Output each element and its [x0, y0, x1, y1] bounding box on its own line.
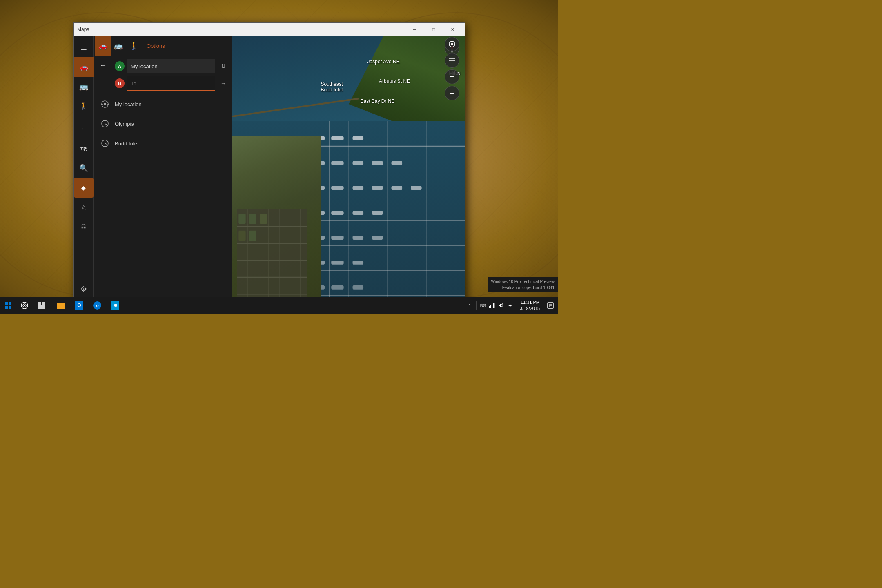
start-button[interactable]	[0, 297, 16, 314]
map-controls: + −	[445, 36, 459, 100]
sidebar-item-active-directions[interactable]: ◆	[74, 178, 94, 198]
sidebar-item-nearby[interactable]: 🏛	[74, 217, 94, 237]
svg-rect-100	[42, 302, 45, 305]
options-tab[interactable]: Options	[142, 43, 170, 49]
svg-rect-108	[493, 303, 494, 308]
map-view[interactable]: Jasper Ave NE Arbutus St NE Milas East B…	[232, 36, 465, 314]
suggestion-my-location[interactable]: My location	[94, 94, 232, 114]
svg-rect-61	[331, 285, 343, 290]
transport-tabs: 🚗 🚌 🚶 Options	[94, 36, 232, 56]
svg-rect-35	[353, 161, 364, 165]
walk-icon: 🚶	[79, 102, 88, 111]
taskbar-outlook[interactable]: O	[70, 297, 88, 314]
svg-rect-105	[489, 306, 490, 308]
layers-icon	[448, 57, 456, 64]
sidebar-item-directions[interactable]: 🚗	[74, 57, 94, 77]
svg-rect-53	[353, 236, 364, 240]
go-button[interactable]: →	[218, 78, 229, 89]
tray-divider	[476, 301, 477, 310]
task-view-button[interactable]	[33, 297, 51, 314]
taskbar-apps: O e ⊞	[51, 297, 463, 314]
bluetooth-icon[interactable]: ✦	[507, 302, 513, 309]
to-input[interactable]	[127, 76, 215, 91]
land-bottom-left	[232, 136, 321, 314]
layer-stack-button[interactable]	[445, 53, 459, 68]
transit-tab-icon: 🚌	[114, 41, 123, 50]
locate-button[interactable]	[445, 37, 459, 51]
tab-transit[interactable]: 🚌	[111, 36, 126, 56]
minimize-button[interactable]: ─	[405, 23, 424, 36]
suggestion-budd-inlet[interactable]: Budd Inlet	[94, 134, 232, 153]
tab-walk[interactable]: 🚶	[126, 36, 142, 56]
edge-icon: e	[93, 301, 101, 310]
chevron-up-icon[interactable]: ^	[466, 302, 473, 309]
from-input[interactable]	[127, 59, 215, 74]
from-badge: A	[115, 61, 125, 71]
svg-point-98	[24, 305, 25, 306]
svg-rect-37	[392, 161, 403, 165]
sidebar-item-back[interactable]: ←	[74, 119, 94, 139]
svg-rect-49	[372, 211, 383, 215]
svg-rect-104	[57, 303, 60, 304]
svg-rect-75	[238, 214, 245, 224]
volume-icon[interactable]	[498, 302, 504, 309]
svg-rect-40	[331, 186, 343, 190]
sidebar-item-favorites[interactable]: ☆	[74, 198, 94, 217]
keyboard-icon[interactable]: ⌨	[480, 302, 486, 309]
plus-icon: +	[450, 73, 454, 81]
maximize-button[interactable]: □	[424, 23, 443, 36]
suggestion-olympia[interactable]: Olympia	[94, 114, 232, 134]
sidebar-item-search[interactable]: 🔍	[74, 158, 94, 178]
sidebar-item-settings[interactable]: ⚙	[74, 279, 94, 299]
direction-panel: 🚗 🚌 🚶 Options ←	[94, 36, 232, 314]
svg-rect-58	[353, 261, 364, 265]
svg-marker-110	[499, 303, 501, 307]
svg-rect-30	[331, 136, 343, 140]
sidebar-item-hamburger[interactable]: ☰	[74, 38, 94, 57]
history-icon-olympia	[100, 119, 110, 129]
diamond-icon: ◆	[81, 185, 86, 191]
window-body: ☰ 🚗 🚌 🚶 ← 🗺 🔍	[74, 36, 465, 314]
budd-inlet-label: Budd Inlet	[115, 140, 139, 147]
system-tray: ^ ⌨ ✦	[463, 301, 517, 310]
taskbar-explorer[interactable]	[52, 297, 70, 314]
svg-rect-41	[353, 186, 364, 190]
window-title: Maps	[77, 27, 405, 32]
zoom-in-button[interactable]: +	[445, 69, 459, 84]
taskbar-edge[interactable]: e	[88, 297, 106, 314]
svg-rect-79	[249, 230, 256, 241]
input-area: ← A ⇅	[94, 56, 232, 94]
sidebar-item-map[interactable]: 🗺	[74, 139, 94, 158]
cortana-button[interactable]	[16, 297, 33, 314]
bus-icon: 🚌	[79, 82, 88, 91]
map-icon: 🗺	[80, 145, 87, 152]
minus-icon: −	[450, 89, 454, 97]
history-icon-budd	[100, 138, 110, 148]
zoom-out-button[interactable]: −	[445, 86, 459, 100]
store-icon: ⊞	[111, 301, 119, 310]
taskbar-clock[interactable]: 11:31 PM 3/19/2015	[517, 299, 543, 312]
title-bar: Maps ─ □ ✕	[74, 23, 465, 36]
swap-button[interactable]: ⇅	[218, 60, 229, 72]
network-bars-icon	[489, 303, 495, 308]
svg-rect-47	[331, 211, 343, 215]
network-icon[interactable]	[489, 302, 495, 309]
svg-rect-57	[331, 261, 343, 265]
to-row: B →	[115, 76, 229, 91]
sidebar-item-transit[interactable]: 🚌	[74, 77, 94, 96]
close-button[interactable]: ✕	[443, 23, 462, 36]
svg-rect-52	[331, 236, 343, 240]
drive-tab-icon: 🚗	[98, 41, 107, 50]
search-icon: 🔍	[79, 164, 88, 173]
tab-drive[interactable]: 🚗	[95, 36, 111, 56]
panel-back-button[interactable]: ←	[94, 56, 113, 75]
notification-icon[interactable]	[543, 297, 558, 314]
sidebar-item-walk[interactable]: 🚶	[74, 96, 94, 116]
svg-point-88	[451, 43, 453, 45]
speaker-icon	[498, 303, 504, 308]
taskbar-store[interactable]: ⊞	[106, 297, 124, 314]
to-badge: B	[115, 78, 125, 88]
svg-rect-103	[57, 303, 65, 309]
desktop: Maps ─ □ ✕ ☰ 🚗 🚌 🚶	[0, 0, 558, 314]
date-display: 3/19/2015	[520, 305, 540, 312]
